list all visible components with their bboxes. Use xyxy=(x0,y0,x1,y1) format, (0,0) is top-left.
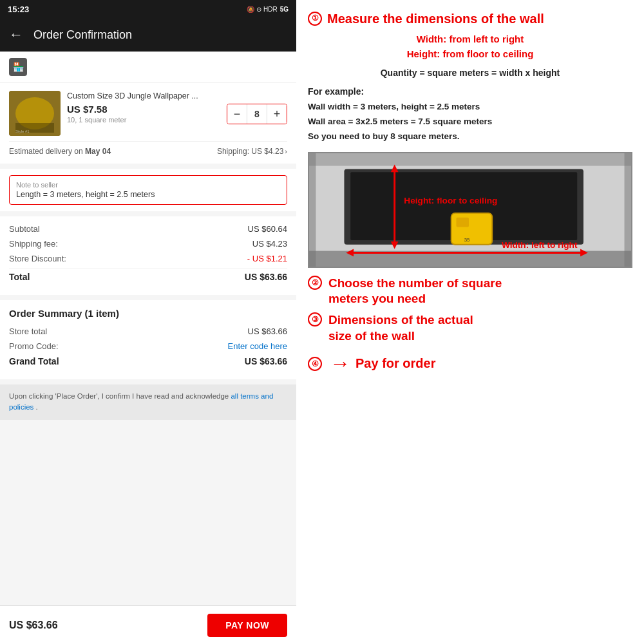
step1-title: ① Measure the dimensions of the wall xyxy=(308,10,632,27)
svg-text:35: 35 xyxy=(464,236,470,242)
step1-example: For example: Wall width = 3 meters, heig… xyxy=(308,84,632,144)
order-summary-title: Order Summary (1 item) xyxy=(9,308,287,319)
bottom-bar: US $63.66 PAY NOW xyxy=(0,605,296,644)
product-price: US $7.58 xyxy=(67,104,220,115)
step4-text: Pay for order xyxy=(355,356,435,371)
product-name: Custom Size 3D Jungle Wallpaper ... xyxy=(67,91,220,101)
delivery-row: Estimated delivery on May 04 Shipping: U… xyxy=(9,141,287,156)
page-title: Order Confirmation xyxy=(33,28,132,42)
delivery-date: Estimated delivery on May 04 xyxy=(9,147,111,156)
status-icons: 🔕 ⊙ HDR 5G xyxy=(247,6,289,13)
subtotal-row: Subtotal US $60.64 xyxy=(9,224,287,234)
svg-text:Width: left to right: Width: left to right xyxy=(502,240,578,249)
step4-badge: ④ xyxy=(308,357,322,371)
chevron-right-icon: › xyxy=(285,147,287,155)
promo-row: Promo Code: Enter code here xyxy=(9,341,287,351)
step2-section: ② Choose the number of square meters you… xyxy=(308,276,632,307)
total-label: Total xyxy=(9,272,30,282)
shipping-fee-value: US $4.23 xyxy=(252,239,287,249)
bottom-total-price: US $63.66 xyxy=(9,620,58,631)
step1-subtitle: Width: from left to right Height: from f… xyxy=(308,32,632,61)
pay-now-button[interactable]: PAY NOW xyxy=(207,614,287,637)
shipping-link[interactable]: Shipping: US $4.23 › xyxy=(217,147,287,156)
svg-rect-20 xyxy=(456,217,469,227)
grand-total-row: Grand Total US $63.66 xyxy=(9,356,287,366)
step3-badge: ③ xyxy=(308,312,322,327)
shipping-fee-row: Shipping fee: US $4.23 xyxy=(9,239,287,249)
order-summary-section: Order Summary (1 item) Store total US $6… xyxy=(0,300,296,379)
price-section: Subtotal US $60.64 Shipping fee: US $4.2… xyxy=(0,216,296,295)
note-box[interactable]: Note to seller Length = 3 meters, height… xyxy=(9,175,287,205)
subtotal-label: Subtotal xyxy=(9,224,40,234)
quantity-increase-button[interactable]: + xyxy=(267,104,287,124)
product-variant: 10, 1 square meter xyxy=(67,116,220,124)
grand-total-label: Grand Total xyxy=(9,356,59,366)
nav-bar: ← Order Confirmation xyxy=(0,18,296,52)
discount-label: Store Discount: xyxy=(9,254,66,263)
step1-quantity: Quantity = square meters = width x heigh… xyxy=(308,68,632,78)
instructions-panel: ① Measure the dimensions of the wall Wid… xyxy=(296,0,644,644)
step3-section: ③ Dimensions of the actual size of the w… xyxy=(308,312,632,344)
svg-rect-5 xyxy=(309,153,631,166)
note-label: Note to seller xyxy=(16,181,280,189)
store-total-value: US $63.66 xyxy=(248,327,287,336)
discount-row: Store Discount: - US $1.21 xyxy=(9,254,287,263)
terms-section: Upon clicking 'Place Order', I confirm I… xyxy=(0,384,296,420)
step1-badge: ① xyxy=(308,12,322,26)
step2-badge: ② xyxy=(308,276,322,290)
phone-panel: 15:23 🔕 ⊙ HDR 5G ← Order Confirmation 🏪 xyxy=(0,0,296,644)
product-section: Style #1 Custom Size 3D Jungle Wallpaper… xyxy=(0,83,296,164)
product-thumbnail: Style #1 xyxy=(9,91,61,136)
step4-arrow-icon: → xyxy=(330,352,350,375)
store-icon: 🏪 xyxy=(9,58,27,76)
terms-text: Upon clicking 'Place Order', I confirm I… xyxy=(9,391,287,413)
svg-rect-7 xyxy=(309,153,316,267)
back-button[interactable]: ← xyxy=(9,26,23,43)
total-row: Total US $63.66 xyxy=(9,272,287,282)
content-area: 🏪 Style #1 Custom S xyxy=(0,52,296,644)
promo-code-link[interactable]: Enter code here xyxy=(227,341,287,351)
note-content: Length = 3 meters, height = 2.5 meters xyxy=(16,190,280,199)
quantity-value: 8 xyxy=(247,104,267,124)
quantity-control[interactable]: − 8 + xyxy=(227,104,287,124)
note-section: Note to seller Length = 3 meters, height… xyxy=(0,169,296,211)
subtotal-value: US $60.64 xyxy=(248,224,287,234)
svg-text:Height: floor to ceiling: Height: floor to ceiling xyxy=(404,196,497,205)
quantity-decrease-button[interactable]: − xyxy=(227,104,247,124)
measurement-diagram: Height: floor to ceiling Width: left to … xyxy=(308,152,632,268)
svg-rect-8 xyxy=(625,153,631,267)
grand-total-value: US $63.66 xyxy=(245,356,287,366)
step2-text: Choose the number of square meters you n… xyxy=(328,276,502,307)
step4-section: ④ → Pay for order xyxy=(308,352,632,375)
store-total-label: Store total xyxy=(9,327,47,336)
promo-label: Promo Code: xyxy=(9,341,59,351)
product-row: Style #1 Custom Size 3D Jungle Wallpaper… xyxy=(9,91,287,136)
total-value: US $63.66 xyxy=(245,272,287,282)
shipping-fee-label: Shipping fee: xyxy=(9,239,58,249)
product-info: Custom Size 3D Jungle Wallpaper ... US $… xyxy=(67,91,220,124)
discount-value: - US $1.21 xyxy=(247,254,287,263)
status-bar: 15:23 🔕 ⊙ HDR 5G xyxy=(0,0,296,18)
quantity-col: − 8 + xyxy=(227,91,287,124)
step3-text: Dimensions of the actual size of the wal… xyxy=(328,312,473,344)
store-strip: 🏪 xyxy=(0,52,296,83)
store-total-row: Store total US $63.66 xyxy=(9,327,287,336)
status-time: 15:23 xyxy=(8,5,29,14)
svg-text:Style #1: Style #1 xyxy=(15,129,30,133)
product-image: Style #1 xyxy=(9,91,61,136)
